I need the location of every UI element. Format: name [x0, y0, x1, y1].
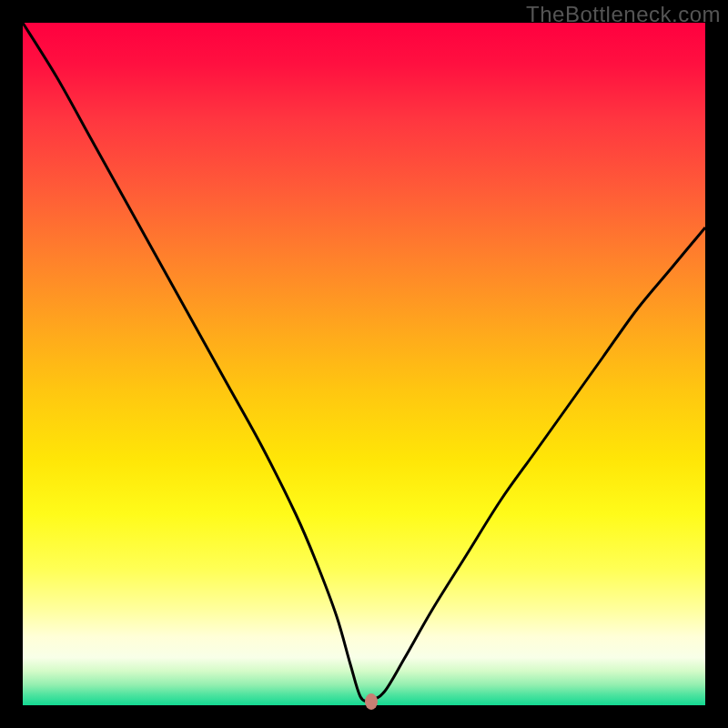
curve-svg [23, 23, 705, 705]
bottleneck-curve [23, 23, 705, 701]
watermark-text: TheBottleneck.com [526, 2, 721, 27]
minimum-marker [365, 693, 378, 710]
plot-area [23, 23, 705, 705]
